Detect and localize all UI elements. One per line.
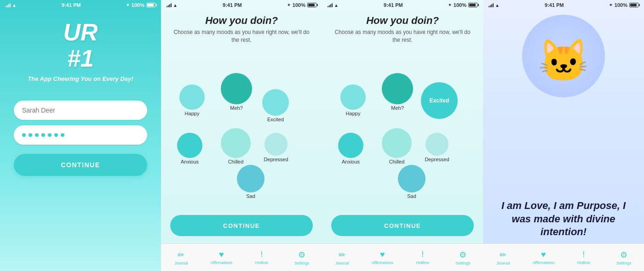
hotline-icon: !	[582, 250, 585, 260]
wifi-icon-4: ▲	[495, 3, 500, 8]
bubble-label-happy: Happy	[346, 111, 361, 116]
bubble-label-depressed: Depressed	[425, 157, 449, 162]
bubble-excited[interactable]	[262, 89, 289, 116]
nav-item-hotline[interactable]: ! Hotline	[402, 244, 443, 271]
bubble-label-anxious: Anxious	[342, 159, 360, 164]
bubble-chilled[interactable]	[221, 128, 251, 158]
journal-icon: ✏	[500, 250, 506, 260]
status-bar-4: ▲ 9:41 PM ✦ 100%	[483, 0, 644, 10]
bubble-happy[interactable]	[340, 85, 366, 110]
mood-bubbles-1: HappyMeh?ExcitedAnxiousChilledDepressedS…	[170, 48, 313, 215]
login-content: UR #1 The App Cheering You on Every Day!…	[0, 10, 161, 271]
affirmations-icon: ♥	[541, 250, 546, 260]
nav-item-journal[interactable]: ✏ Journal	[322, 244, 362, 271]
screen-affirmation: ▲ 9:41 PM ✦ 100% 🐱 I am Love, I am Purpo…	[483, 0, 644, 271]
bubble-label-depressed: Depressed	[264, 157, 288, 162]
mood-continue-button-1[interactable]: CONTINUE	[170, 215, 313, 236]
bubble-label-chilled: Chilled	[389, 159, 405, 164]
settings-label: Settings	[455, 261, 471, 265]
nav-item-affirmations[interactable]: ♥ Affirmations	[201, 244, 242, 271]
bubble-label-sad: Sad	[246, 193, 255, 199]
dot-1	[22, 133, 26, 137]
nav-item-settings[interactable]: ⚙ Settings	[604, 244, 644, 271]
affirmations-icon: ♥	[380, 250, 385, 260]
dot-3	[35, 133, 39, 137]
bubble-label-meh: Meh?	[391, 105, 404, 111]
bubble-meh[interactable]	[221, 73, 252, 104]
app-title: UR #1	[63, 19, 98, 72]
hotline-icon: !	[421, 250, 424, 260]
nav-item-affirmations[interactable]: ♥ Affirmations	[362, 244, 403, 271]
bubble-chilled[interactable]	[382, 128, 412, 158]
mood-title-2: How you doin?	[366, 15, 439, 27]
nav-item-settings[interactable]: ⚙ Settings	[282, 244, 322, 271]
journal-label: Journal	[496, 261, 510, 265]
hotline-icon: !	[260, 250, 263, 260]
bluetooth-icon-4: ✦	[609, 3, 613, 7]
bubble-anxious[interactable]	[177, 133, 202, 158]
bluetooth-icon-3: ✦	[448, 3, 452, 7]
bubble-depressed[interactable]	[264, 133, 288, 156]
bubble-sad[interactable]	[398, 165, 426, 192]
signal-icon-4	[489, 3, 494, 7]
bubble-meh[interactable]	[382, 73, 413, 104]
nav-item-hotline[interactable]: ! Hotline	[242, 244, 282, 271]
status-right-3: ✦ 100%	[448, 2, 477, 8]
mood-continue-button-2[interactable]: CONTINUE	[331, 215, 474, 236]
password-field[interactable]	[14, 125, 147, 145]
dot-4	[41, 133, 45, 137]
mood-title-1: How you doin?	[205, 15, 278, 27]
battery-icon-2	[307, 3, 316, 7]
bubble-label-anxious: Anxious	[181, 159, 199, 164]
hotline-label: Hotline	[577, 260, 590, 265]
bubble-excited[interactable]: Excited	[421, 82, 458, 119]
screen-mood-2: ▲ 9:41 PM ✦ 100% How you doin? Choose as…	[322, 0, 483, 271]
journal-label: Journal	[174, 261, 188, 265]
battery-percent-4: 100%	[615, 2, 627, 8]
mood-content-1: How you doin? Choose as many moods as yo…	[161, 10, 322, 243]
dot-7	[61, 133, 64, 137]
affirmation-text: I am Love, I am Purpose, I was made with…	[492, 199, 635, 239]
affirmations-label: Affirmations	[533, 260, 554, 265]
battery-icon-1	[146, 3, 155, 7]
nav-item-settings[interactable]: ⚙ Settings	[443, 244, 483, 271]
nav-item-journal[interactable]: ✏ Journal	[161, 244, 201, 271]
signal-icon-2	[167, 3, 172, 7]
dot-5	[48, 133, 52, 137]
signal-icon-3	[328, 3, 333, 7]
mood-bubbles-2: HappyMeh?ExcitedAnxiousChilledDepressedS…	[331, 48, 474, 215]
mood-content-2: How you doin? Choose as many moods as yo…	[322, 10, 483, 243]
bubble-label-excited: Excited	[267, 117, 284, 122]
status-left-4: ▲	[489, 3, 500, 8]
wifi-icon-3: ▲	[334, 3, 339, 8]
mood-subtitle-2: Choose as many moods as you have right n…	[331, 28, 474, 44]
login-continue-button[interactable]: CONTINUE	[14, 154, 147, 176]
status-left-1: ▲	[6, 3, 17, 8]
time-display-4: 9:41 PM	[545, 2, 564, 8]
status-bar-3: ▲ 9:41 PM ✦ 100%	[322, 0, 483, 10]
screen-mood-1: ▲ 9:41 PM ✦ 100% How you doin? Choose as…	[161, 0, 322, 271]
status-bar-2: ▲ 9:41 PM ✦ 100%	[161, 0, 322, 10]
status-right-1: ✦ 100%	[126, 2, 155, 8]
signal-icon	[6, 3, 11, 7]
bubble-label-meh: Meh?	[230, 105, 243, 111]
username-input[interactable]	[14, 101, 147, 120]
nav-item-affirmations[interactable]: ♥ Affirmations	[523, 244, 564, 271]
status-right-2: ✦ 100%	[287, 2, 316, 8]
bubble-sad[interactable]	[237, 165, 264, 192]
dot-6	[54, 133, 58, 137]
hotline-label: Hotline	[416, 260, 429, 265]
app-tagline: The App Cheering You on Every Day!	[28, 75, 133, 82]
bubble-happy[interactable]	[179, 85, 205, 110]
bottom-nav-4: ✏ Journal ♥ Affirmations ! Hotline ⚙ Set…	[483, 243, 644, 271]
bubble-anxious[interactable]	[338, 133, 363, 158]
time-display-1: 9:41 PM	[62, 2, 81, 8]
bubble-depressed[interactable]	[426, 133, 448, 156]
settings-icon: ⚙	[620, 250, 627, 260]
nav-item-hotline[interactable]: ! Hotline	[564, 244, 604, 271]
time-display-3: 9:41 PM	[384, 2, 403, 8]
dot-2	[29, 133, 32, 137]
nav-item-journal[interactable]: ✏ Journal	[483, 244, 523, 271]
bubble-label-chilled: Chilled	[228, 159, 244, 164]
battery-percent-2: 100%	[293, 2, 305, 8]
